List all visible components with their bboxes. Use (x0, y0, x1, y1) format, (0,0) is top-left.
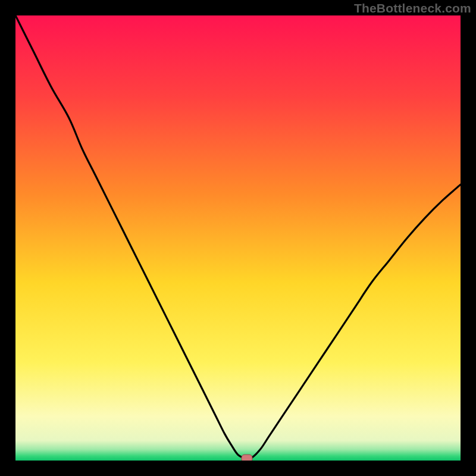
chart-frame: TheBottleneck.com (0, 0, 476, 476)
chart-svg (15, 15, 461, 461)
watermark-text: TheBottleneck.com (354, 1, 471, 15)
optimal-marker (242, 455, 252, 461)
plot-area (15, 15, 461, 461)
gradient-background (15, 15, 461, 461)
